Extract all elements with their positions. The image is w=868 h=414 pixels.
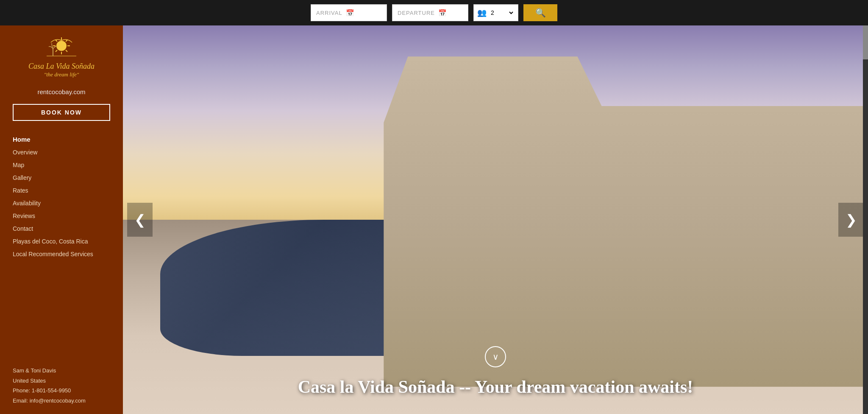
people-icon: 👥 — [477, 8, 487, 17]
guests-dropdown[interactable]: 2 1 3 4 5 6 — [489, 9, 515, 17]
next-slide-button[interactable]: ❯ — [838, 203, 864, 237]
sidebar-nav-item-5[interactable]: Availability — [13, 197, 110, 210]
svg-line-6 — [66, 50, 67, 52]
sidebar-nav-item-8[interactable]: Playas del Coco, Costa Rica — [13, 235, 110, 248]
svg-line-7 — [66, 40, 67, 42]
logo-area: Casa La Vida Soñada "the dream life" — [13, 34, 110, 78]
sidebar-nav-item-1[interactable]: Overview — [13, 146, 110, 159]
prev-arrow-icon: ❮ — [134, 212, 146, 228]
next-arrow-icon: ❯ — [846, 212, 857, 228]
owner-name: Sam & Toni Davis — [13, 366, 110, 375]
svg-line-8 — [56, 50, 57, 52]
scrollbar-track[interactable] — [863, 25, 868, 414]
guests-selector[interactable]: 👥 2 1 3 4 5 6 — [473, 4, 518, 21]
departure-label: DEPARTURE — [398, 10, 435, 16]
main-layout: Casa La Vida Soñada "the dream life" ren… — [0, 25, 868, 414]
arrival-label: ARRIVAL — [316, 10, 342, 16]
sidebar-nav-item-9[interactable]: Local Recommended Services — [13, 248, 110, 260]
search-icon: 🔍 — [535, 8, 546, 18]
logo-text-main: Casa La Vida Soñada — [28, 62, 95, 71]
departure-input[interactable]: DEPARTURE 📅 — [392, 4, 468, 21]
search-button[interactable]: 🔍 — [523, 4, 557, 21]
hero-text-overlay: Casa la Vida Soñada -- Your dream vacati… — [123, 377, 868, 397]
sidebar-nav-item-4[interactable]: Rates — [13, 184, 110, 197]
sidebar-nav-item-2[interactable]: Map — [13, 159, 110, 171]
book-now-button[interactable]: BOOK NOW — [13, 104, 110, 121]
scroll-down-button[interactable]: ∨ — [485, 346, 506, 367]
chevron-down-icon: ∨ — [492, 352, 499, 362]
sidebar-footer: Sam & Toni Davis United States Phone: 1-… — [13, 357, 110, 406]
sidebar: Casa La Vida Soñada "the dream life" ren… — [0, 25, 123, 414]
sidebar-nav-item-0[interactable]: Home — [13, 133, 110, 146]
owner-email: Email: info@rentcocobay.com — [13, 396, 110, 406]
nav-list: HomeOverviewMapGalleryRatesAvailabilityR… — [13, 133, 110, 260]
hero-area: ❮ ❯ ∨ Casa la Vida Soñada -- Your dream … — [123, 25, 868, 414]
top-bar: ARRIVAL 📅 DEPARTURE 📅 👥 2 1 3 4 5 6 🔍 — [0, 0, 868, 25]
site-url: rentcocobay.com — [13, 88, 110, 95]
hero-tagline: Casa la Vida Soñada -- Your dream vacati… — [123, 377, 868, 397]
owner-phone: Phone: 1-801-554-9950 — [13, 386, 110, 395]
svg-line-5 — [56, 40, 57, 42]
owner-location: United States — [13, 376, 110, 386]
sidebar-nav-item-6[interactable]: Reviews — [13, 210, 110, 222]
logo-text-sub: "the dream life" — [44, 71, 79, 78]
arrival-calendar-icon: 📅 — [346, 9, 355, 17]
sidebar-nav-item-3[interactable]: Gallery — [13, 171, 110, 184]
svg-point-0 — [56, 41, 67, 51]
prev-slide-button[interactable]: ❮ — [127, 203, 153, 237]
hero-building — [384, 56, 868, 387]
sidebar-nav-item-7[interactable]: Contact — [13, 222, 110, 235]
scrollbar-thumb[interactable] — [863, 25, 868, 59]
departure-calendar-icon: 📅 — [438, 9, 447, 17]
arrival-input[interactable]: ARRIVAL 📅 — [311, 4, 387, 21]
logo-svg — [42, 34, 81, 62]
